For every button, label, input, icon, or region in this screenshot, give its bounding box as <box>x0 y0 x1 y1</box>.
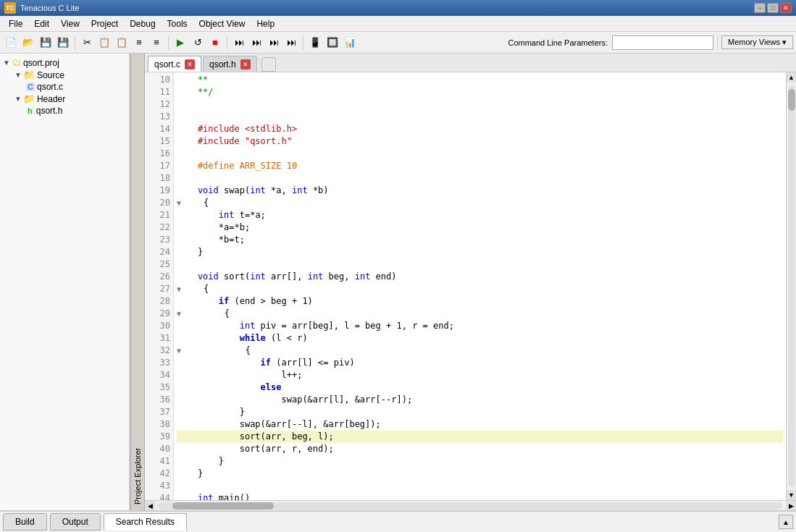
code-line-12 <box>177 98 783 111</box>
project-panel: ▼ 🗂 qsort.proj ▼ 📁 Source C qsort.c ▼ <box>0 54 130 510</box>
code-line-26: void sort(int arr[], int beg, int end) <box>177 271 783 283</box>
code-line-35: else <box>177 381 783 394</box>
cut-button[interactable]: ✂ <box>79 35 95 51</box>
tree-item-source[interactable]: ▼ 📁 Source <box>3 69 126 81</box>
code-line-44: int main() <box>177 492 783 500</box>
tree-item-qsort-h[interactable]: h qsort.h <box>3 105 126 117</box>
code-line-10: ** <box>177 74 783 86</box>
app-title: Tenacious C Lite <box>20 4 750 12</box>
menu-object-view[interactable]: Object View <box>193 17 251 30</box>
menu-bar: File Edit View Project Debug Tools Objec… <box>0 16 796 32</box>
menu-help[interactable]: Help <box>251 17 280 30</box>
new-file-button[interactable]: 📄 <box>3 35 19 51</box>
tab-label-qsort-h: qsort.h <box>209 59 236 69</box>
h-scroll-right[interactable]: ▶ <box>786 501 796 511</box>
code-line-38: swap(&arr[--l], &arr[beg]); <box>177 418 783 431</box>
indent-button[interactable]: ≡ <box>131 35 147 51</box>
menu-file[interactable]: File <box>3 17 28 30</box>
code-line-31: while (l < r) <box>177 332 783 345</box>
tree-item-header[interactable]: ▼ 📁 Header <box>3 93 126 105</box>
code-line-42: } <box>177 468 783 480</box>
code-line-27: ▼ { <box>177 283 783 295</box>
bottom-bar: Build Output Search Results ▲ <box>0 510 796 532</box>
mem-button[interactable]: 🔲 <box>324 35 340 51</box>
cmd-label: Command Line Parameters: <box>508 38 608 47</box>
reload-button[interactable]: ↺ <box>190 35 206 51</box>
project-tree: ▼ 🗂 qsort.proj ▼ 📁 Source C qsort.c ▼ <box>0 54 129 510</box>
device-button[interactable]: 📱 <box>307 35 323 51</box>
tab-label-qsort-c: qsort.c <box>154 59 180 69</box>
tab-output[interactable]: Output <box>50 513 101 531</box>
code-line-28: if (end > beg + 1) <box>177 295 783 308</box>
toolbar-sep-4 <box>303 35 303 50</box>
code-line-24: } <box>177 246 783 258</box>
folder-icon-project: 🗂 <box>12 57 21 68</box>
code-line-14: #include <stdlib.h> <box>177 123 783 135</box>
paste-button[interactable]: 📋 <box>114 35 130 51</box>
tree-item-project[interactable]: ▼ 🗂 qsort.proj <box>3 56 126 69</box>
stop-button[interactable]: ■ <box>207 35 223 51</box>
h-scroll-left[interactable]: ◀ <box>145 501 155 511</box>
h-scroll-thumb[interactable] <box>172 502 274 510</box>
code-line-15: #include "qsort.h" <box>177 135 783 148</box>
bottom-scroll-up[interactable]: ▲ <box>779 515 793 529</box>
tabs-bar: qsort.c × qsort.h × <box>145 54 796 72</box>
tab-qsort-c[interactable]: qsort.c × <box>148 56 201 72</box>
folder-icon-source: 📁 <box>23 69 35 80</box>
menu-tools[interactable]: Tools <box>162 17 193 30</box>
tab-build[interactable]: Build <box>3 513 47 531</box>
code-content[interactable]: ** **/ #include <stdlib.h> #include "qso… <box>174 72 786 500</box>
tab-search-results-label: Search Results <box>116 517 175 527</box>
window-controls: − □ ✕ <box>754 3 792 13</box>
menu-edit[interactable]: Edit <box>28 17 55 30</box>
code-line-13 <box>177 111 783 123</box>
unindent-button[interactable]: ≡ <box>148 35 164 51</box>
tab-close-qsort-h[interactable]: × <box>240 59 251 69</box>
c-file-icon: C <box>26 83 35 91</box>
code-line-11: **/ <box>177 86 783 98</box>
app-icon: TC <box>4 2 16 14</box>
tab-build-label: Build <box>15 517 35 527</box>
toolbar-sep-1 <box>75 35 75 50</box>
save-all-button[interactable]: 💾 <box>55 35 71 51</box>
step-into-button[interactable]: ⏭ <box>231 35 247 51</box>
tab-close-qsort-c[interactable]: × <box>185 59 195 69</box>
run-button[interactable]: ▶ <box>172 35 188 51</box>
project-explorer-tab[interactable]: Project Explorer <box>130 54 145 510</box>
menu-project[interactable]: Project <box>85 17 124 30</box>
v-scroll-down[interactable]: ▼ <box>787 490 797 500</box>
code-line-30: int piv = arr[beg], l = beg + 1, r = end… <box>177 320 783 332</box>
v-scroll-thumb[interactable] <box>788 89 795 111</box>
tab-search-results[interactable]: Search Results <box>104 513 187 531</box>
title-bar: TC Tenacious C Lite − □ ✕ <box>0 0 796 16</box>
chart-button[interactable]: 📊 <box>342 35 358 51</box>
open-file-button[interactable]: 📂 <box>20 35 36 51</box>
tree-label-qsort-h: qsort.h <box>36 106 63 116</box>
code-line-41: } <box>177 455 783 468</box>
menu-debug[interactable]: Debug <box>124 17 161 30</box>
menu-view[interactable]: View <box>55 17 85 30</box>
save-button[interactable]: 💾 <box>38 35 54 51</box>
step-out-button[interactable]: ⏭ <box>266 35 282 51</box>
tab-qsort-h[interactable]: qsort.h × <box>203 56 257 72</box>
tree-label-project: qsort.proj <box>23 58 59 68</box>
tree-arrow-source: ▼ <box>14 71 22 79</box>
step-next-button[interactable]: ⏭ <box>283 35 299 51</box>
minimize-button[interactable]: − <box>754 3 766 13</box>
memory-views-button[interactable]: Memory Views ▾ <box>721 35 793 49</box>
toolbar-sep-5 <box>717 35 718 50</box>
tree-label-qsort-c: qsort.c <box>37 82 63 92</box>
v-scroll-up[interactable]: ▲ <box>787 72 797 83</box>
cmd-input[interactable] <box>612 35 713 50</box>
code-area: qsort.c × qsort.h × 10111213 14151617 18… <box>145 54 796 510</box>
restore-button[interactable]: □ <box>767 3 779 13</box>
tree-arrow-project: ▼ <box>3 59 10 67</box>
close-button[interactable]: ✕ <box>780 3 792 13</box>
tree-item-qsort-c[interactable]: C qsort.c <box>3 81 126 93</box>
code-line-16 <box>177 148 783 160</box>
code-line-34: l++; <box>177 369 783 381</box>
v-scroll-track <box>788 85 795 487</box>
v-scrollbar[interactable]: ▲ ▼ <box>786 72 796 500</box>
step-over-button[interactable]: ⏭ <box>248 35 264 51</box>
copy-button[interactable]: 📋 <box>96 35 112 51</box>
